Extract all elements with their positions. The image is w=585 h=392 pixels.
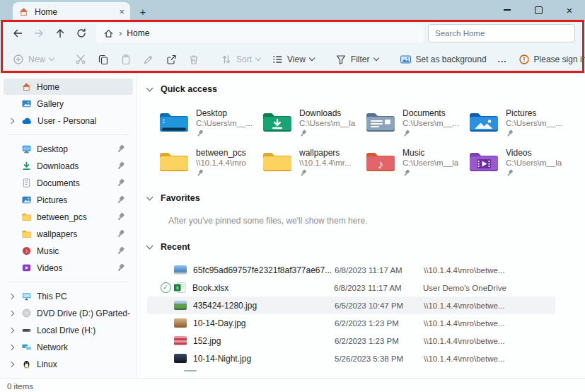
quick-access-item-music[interactable]: ♪ Music C:\Users\m__la [365,147,468,177]
paste-button[interactable] [115,50,137,69]
recent-file-row-selected[interactable]: 435424-1280.jpg 6/5/2023 10:47 PM \\10.1… [147,296,555,314]
collapse-chevron-icon[interactable] [146,243,154,250]
expand-chevron-icon[interactable] [8,344,14,350]
sidebar-item-between-pcs[interactable]: between_pcs [4,209,133,225]
breadcrumb[interactable]: Home [127,28,149,38]
sidebar-item-local-drive[interactable]: Local Drive (H:) [4,322,133,338]
status-bar: 0 items [0,378,585,392]
item-name: Documents [402,108,459,118]
recent-file-row[interactable]: 10-14-Night.jpg 5/26/2023 5:38 PM \\10.1… [147,350,555,367]
chevron-down-icon [49,55,54,61]
share-button[interactable] [160,50,183,69]
up-button[interactable] [50,23,71,43]
expand-chevron-icon[interactable] [8,310,14,316]
quick-access-item-pictures[interactable]: Pictures C:\Users\m__... [468,108,572,137]
search-input[interactable] [428,24,575,42]
pin-icon [116,246,127,256]
quick-access-item-wallpapers[interactable]: wallpapers \\10.1.4.4\mr... [262,147,365,177]
tab-home[interactable]: Home × [13,2,130,21]
rename-button[interactable] [137,50,160,69]
sidebar-item-network[interactable]: Network [4,339,133,355]
item-name: wallpapers [299,148,352,158]
close-button[interactable]: × [554,0,585,20]
collapse-chevron-icon[interactable] [146,85,154,92]
filter-button[interactable]: Filter [330,50,384,69]
sign-in-button[interactable]: Please sign in [513,50,585,69]
quick-access-item-between-pcs[interactable]: between_pcs \\10.1.4.4\mro [158,147,262,177]
sidebar-item-home[interactable]: Home [4,79,133,95]
sidebar-item-desktop[interactable]: Desktop [4,141,133,157]
address-bar[interactable]: › Home [96,24,424,42]
quick-access-item-desktop[interactable]: Desktop C:\Users\m__... [158,108,262,137]
section-title: Favorites [161,193,200,203]
back-button[interactable] [7,23,28,43]
section-title: Recent [161,242,190,252]
expand-chevron-icon[interactable] [8,327,14,333]
sort-icon [221,54,232,65]
expand-chevron-icon[interactable] [8,117,14,123]
computer-icon [21,291,32,301]
svg-text:♪: ♪ [25,248,28,254]
expand-chevron-icon[interactable] [8,361,14,367]
folder-desktop-icon [158,108,190,137]
rename-icon [143,54,154,65]
excel-file-icon: x [174,282,186,293]
delete-button[interactable] [183,50,205,69]
recent-file-row[interactable]: 65fc95ad69757fe2321f8af377ae67... 6/8/20… [147,261,555,279]
new-button[interactable]: New [7,50,59,69]
image-thumbnail [174,265,187,275]
share-icon [166,54,177,65]
new-tab-button[interactable]: + [134,3,151,20]
pin-icon [116,144,127,154]
tab-close-icon[interactable]: × [119,7,124,16]
copy-button[interactable] [92,50,115,69]
pin-icon [506,129,515,138]
filter-icon [335,54,347,65]
paste-icon [120,54,132,65]
sort-button[interactable]: Sort [215,50,266,69]
command-toolbar: New [0,45,585,74]
folder-icon [21,212,32,222]
favorites-header[interactable]: Favorites [147,191,585,205]
recent-file-row[interactable]: 152.jpg 6/2/2023 1:23 PM \\10.1.4.4\mro\… [147,332,555,350]
collapse-chevron-icon[interactable] [146,194,154,201]
recent-header[interactable]: Recent [147,240,585,254]
favorites-empty-text: After you've pinned some files, we'll sh… [168,216,585,226]
see-more-button[interactable]: ... [492,51,513,68]
cut-button[interactable] [69,50,92,69]
view-button[interactable]: View [266,50,320,69]
forward-button[interactable] [28,23,50,43]
refresh-button[interactable] [71,23,92,43]
set-as-background-button[interactable]: Set as background [394,50,492,69]
minimize-button[interactable] [492,0,523,20]
sidebar-item-downloads[interactable]: Downloads [4,158,133,174]
gallery-icon [21,98,32,109]
quick-access-item-downloads[interactable]: Downloads C:\Users\m__la [262,108,365,137]
sidebar-item-videos[interactable]: Videos [4,260,133,276]
sidebar-item-linux[interactable]: Linux [4,356,133,372]
sidebar-item-this-pc[interactable]: This PC [4,288,133,304]
quick-access-header[interactable]: Quick access [147,82,585,96]
sidebar-item-pictures[interactable]: Pictures [4,192,133,208]
sidebar-item-gallery[interactable]: Gallery [4,96,133,112]
recent-file-row[interactable]: ✓ x Book.xlsx 6/8/2023 11:17 AM User Dem… [147,279,555,296]
tab-title: Home [35,7,57,17]
sidebar-item-music[interactable]: ♪ Music [4,243,133,259]
expand-chevron-icon[interactable] [8,293,14,299]
recent-file-row[interactable]: 10-14-Day.jpg 6/2/2023 1:23 PM \\10.1.4.… [147,314,555,332]
recent-files-list: 65fc95ad69757fe2321f8af377ae67... 6/8/20… [147,261,585,371]
trash-icon [188,54,199,65]
desktop-icon [21,144,32,154]
sidebar-item-documents[interactable]: Documents [4,175,133,191]
sidebar-item-dvd-drive[interactable]: DVD Drive (D:) GParted-live [4,305,133,321]
pin-icon [116,229,127,239]
sidebar-item-user-personal[interactable]: User - Personal [4,113,133,129]
cut-icon [75,54,86,65]
maximize-button[interactable] [523,0,554,20]
quick-access-item-documents[interactable]: Documents C:\Users\m__... [365,108,468,137]
sidebar-item-wallpapers[interactable]: wallpapers [4,226,133,242]
pin-icon [299,129,308,138]
network-icon [21,342,32,352]
home-breadcrumb-icon [103,28,114,39]
quick-access-item-videos[interactable]: Videos C:\Users\m__la [468,147,572,177]
